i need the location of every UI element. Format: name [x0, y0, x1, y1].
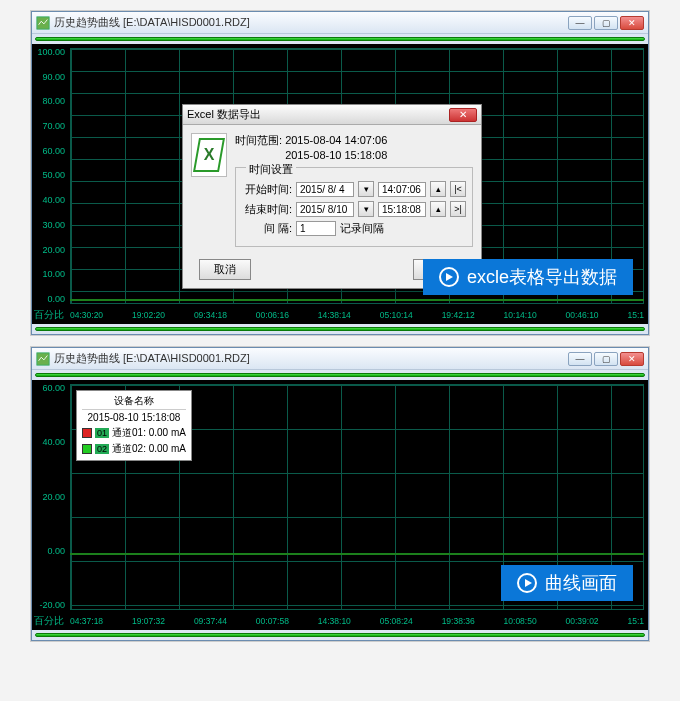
- legend-label: 通道02: 0.00 mA: [112, 442, 186, 456]
- y-tick: 20.00: [32, 493, 68, 502]
- x-tick: 04:37:18: [70, 616, 103, 626]
- y-tick: 60.00: [32, 384, 68, 393]
- x-axis: 04:30:2019:02:2009:34:1800:06:1614:38:14…: [70, 306, 644, 324]
- x-tick: 00:07:58: [256, 616, 289, 626]
- y-tick: 50.00: [32, 171, 68, 180]
- dialog-content: 时间范围: 2015-08-04 14:07:06 时间范围: 2015-08-…: [235, 133, 473, 247]
- legend-index: 02: [95, 444, 109, 454]
- cancel-button[interactable]: 取消: [199, 259, 251, 280]
- progress-bar: [35, 633, 645, 637]
- legend-timestamp: 2015-08-10 15:18:08: [82, 412, 186, 423]
- bottom-progress: [32, 324, 648, 334]
- y-axis-label: 百分比: [34, 308, 64, 322]
- dialog-close-button[interactable]: ✕: [449, 108, 477, 122]
- trace-line: [70, 299, 644, 301]
- legend-title: 设备名称: [82, 394, 186, 410]
- panel-export: 历史趋势曲线 [E:\DATA\HISD0001.RDZ] — ▢ ✕ 100.…: [30, 10, 650, 336]
- legend-row: 01通道01: 0.00 mA: [82, 425, 186, 441]
- y-tick: 40.00: [32, 438, 68, 447]
- dialog-titlebar: Excel 数据导出 ✕: [183, 105, 481, 125]
- progress-bar: [35, 327, 645, 331]
- x-tick: 00:39:02: [566, 616, 599, 626]
- progress-bar: [35, 37, 645, 41]
- y-axis-label: 百分比: [34, 614, 64, 628]
- interval-label: 间 隔:: [242, 221, 292, 236]
- x-tick: 19:07:32: [132, 616, 165, 626]
- x-tick: 10:14:10: [504, 310, 537, 320]
- minimize-button[interactable]: —: [568, 16, 592, 30]
- window-title: 历史趋势曲线 [E:\DATA\HISD0001.RDZ]: [54, 351, 568, 366]
- y-tick: 0.00: [32, 547, 68, 556]
- dialog-body: X 时间范围: 2015-08-04 14:07:06 时间范围: 2015-0…: [183, 125, 481, 255]
- feature-badge-export: excle表格导出数据: [423, 259, 633, 295]
- fieldset-legend: 时间设置: [246, 162, 296, 177]
- start-time-input[interactable]: [378, 182, 426, 197]
- x-tick: 09:37:44: [194, 616, 227, 626]
- x-tick: 00:46:10: [566, 310, 599, 320]
- seek-start-button[interactable]: |<: [450, 181, 466, 197]
- y-tick: 40.00: [32, 196, 68, 205]
- x-tick: 09:34:18: [194, 310, 227, 320]
- excel-icon: X: [191, 133, 227, 177]
- y-tick: 0.00: [32, 295, 68, 304]
- x-tick: 19:42:12: [442, 310, 475, 320]
- x-tick: 00:06:16: [256, 310, 289, 320]
- start-time-row: 开始时间: ▾ ▴ |<: [242, 181, 466, 197]
- end-time-label: 结束时间:: [242, 202, 292, 217]
- interval-input[interactable]: [296, 221, 336, 236]
- y-axis: 100.0090.0080.0070.0060.0050.0040.0030.0…: [32, 48, 68, 304]
- x-tick: 15:1: [627, 616, 644, 626]
- legend-label: 通道01: 0.00 mA: [112, 426, 186, 440]
- y-tick: -20.00: [32, 601, 68, 610]
- close-button[interactable]: ✕: [620, 16, 644, 30]
- y-tick: 20.00: [32, 246, 68, 255]
- feature-badge-curve: 曲线画面: [501, 565, 633, 601]
- legend-index: 01: [95, 428, 109, 438]
- legend-swatch: [82, 444, 92, 454]
- y-tick: 10.00: [32, 270, 68, 279]
- toolbar-progress: [32, 370, 648, 380]
- window-buttons: — ▢ ✕: [568, 352, 644, 366]
- app-icon: [36, 352, 50, 366]
- x-axis: 04:37:1819:07:3209:37:4400:07:5814:38:10…: [70, 612, 644, 630]
- y-tick: 90.00: [32, 73, 68, 82]
- x-tick: 04:30:20: [70, 310, 103, 320]
- trace-line: [70, 553, 644, 555]
- bottom-progress: [32, 630, 648, 640]
- x-tick: 05:10:14: [380, 310, 413, 320]
- y-tick: 60.00: [32, 147, 68, 156]
- start-date-input[interactable]: [296, 182, 354, 197]
- dialog-title: Excel 数据导出: [187, 107, 449, 122]
- date-dropdown-icon[interactable]: ▾: [358, 201, 374, 217]
- y-tick: 30.00: [32, 221, 68, 230]
- maximize-button[interactable]: ▢: [594, 16, 618, 30]
- time-settings-fieldset: 时间设置 开始时间: ▾ ▴ |<: [235, 167, 473, 247]
- x-tick: 15:1: [627, 310, 644, 320]
- time-range-start: 2015-08-04 14:07:06: [285, 134, 387, 146]
- end-date-input[interactable]: [296, 202, 354, 217]
- y-tick: 80.00: [32, 97, 68, 106]
- close-button[interactable]: ✕: [620, 352, 644, 366]
- time-spinner-icon[interactable]: ▴: [430, 201, 446, 217]
- end-time-input[interactable]: [378, 202, 426, 217]
- titlebar: 历史趋势曲线 [E:\DATA\HISD0001.RDZ] — ▢ ✕: [32, 348, 648, 370]
- end-time-row: 结束时间: ▾ ▴ >|: [242, 201, 466, 217]
- titlebar: 历史趋势曲线 [E:\DATA\HISD0001.RDZ] — ▢ ✕: [32, 12, 648, 34]
- seek-end-button[interactable]: >|: [450, 201, 466, 217]
- panel-curve: 历史趋势曲线 [E:\DATA\HISD0001.RDZ] — ▢ ✕ 60.0…: [30, 346, 650, 642]
- window-buttons: — ▢ ✕: [568, 16, 644, 30]
- legend-row: 02通道02: 0.00 mA: [82, 441, 186, 457]
- date-dropdown-icon[interactable]: ▾: [358, 181, 374, 197]
- x-tick: 14:38:14: [318, 310, 351, 320]
- badge-label: 曲线画面: [545, 571, 617, 595]
- time-range-end: 2015-08-10 15:18:08: [285, 149, 387, 161]
- time-spinner-icon[interactable]: ▴: [430, 181, 446, 197]
- interval-unit-label: 记录间隔: [340, 221, 384, 236]
- progress-bar: [35, 373, 645, 377]
- start-time-label: 开始时间:: [242, 182, 292, 197]
- maximize-button[interactable]: ▢: [594, 352, 618, 366]
- minimize-button[interactable]: —: [568, 352, 592, 366]
- x-tick: 05:08:24: [380, 616, 413, 626]
- time-range-label: 时间范围:: [235, 134, 282, 146]
- legend-swatch: [82, 428, 92, 438]
